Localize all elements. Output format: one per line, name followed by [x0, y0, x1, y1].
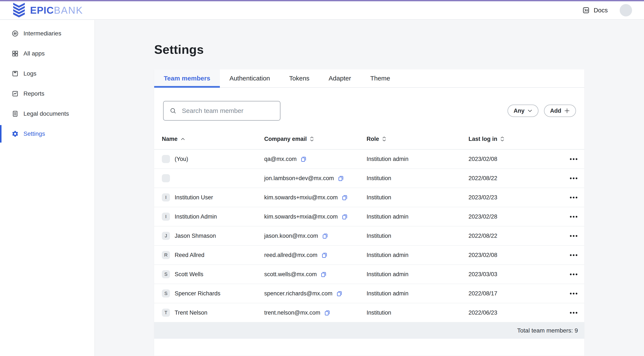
sidebar-item-label: All apps [24, 50, 45, 57]
sort-both-icon [310, 137, 314, 141]
member-avatar: S [162, 289, 170, 297]
member-email: trent.nelson@mx.com [264, 309, 320, 316]
table-row: R Reed Allred reed.allred@mx.com Institu… [154, 246, 584, 265]
ellipsis-menu-icon [570, 312, 578, 314]
transfer-icon [12, 30, 19, 37]
member-name: Institution Admin [175, 213, 217, 220]
row-menu-button[interactable] [569, 252, 578, 258]
member-name: Jason Shmason [175, 233, 216, 239]
member-role: Institution [366, 194, 468, 201]
add-label: Add [550, 108, 561, 114]
copy-icon[interactable] [338, 175, 344, 182]
member-role: Institution [366, 175, 468, 182]
member-avatar: R [162, 251, 170, 259]
tab-theme[interactable]: Theme [360, 69, 400, 87]
tabbar: Team members Authentication Tokens Adapt… [154, 69, 584, 88]
column-header-name[interactable]: Name [162, 136, 264, 142]
member-role: Institution admin [366, 213, 468, 220]
row-menu-button[interactable] [569, 272, 578, 277]
row-menu-button[interactable] [569, 156, 578, 162]
total-team-members: Total team members: 9 [517, 327, 578, 334]
sort-both-icon [382, 137, 386, 141]
tab-team-members[interactable]: Team members [154, 69, 220, 87]
copy-icon[interactable] [321, 252, 328, 258]
member-role: Institution admin [366, 271, 468, 278]
copy-icon[interactable] [320, 271, 327, 278]
ellipsis-menu-icon [570, 216, 578, 218]
row-menu-button[interactable] [569, 176, 578, 181]
member-role: Institution admin [366, 290, 468, 297]
member-name: (You) [175, 156, 188, 162]
column-header-last-log-in[interactable]: Last log in [468, 136, 555, 142]
logs-icon [12, 70, 19, 77]
sidebar-item-label: Legal documents [24, 110, 69, 117]
filter-any-button[interactable]: Any [508, 105, 538, 117]
sort-both-icon [500, 137, 504, 141]
app-logo[interactable]: EPIC BANK [12, 3, 83, 18]
member-role: Institution admin [366, 156, 468, 162]
copy-icon[interactable] [342, 194, 348, 201]
gear-icon [12, 130, 19, 137]
copy-icon[interactable] [324, 309, 330, 316]
card-bottom-space [154, 339, 584, 356]
member-role: Institution [366, 309, 468, 316]
page-title: Settings [154, 42, 584, 57]
member-avatar: I [162, 193, 170, 201]
tab-authentication[interactable]: Authentication [220, 69, 280, 87]
ellipsis-menu-icon [570, 177, 578, 179]
row-menu-button[interactable] [569, 233, 578, 239]
user-avatar[interactable] [620, 4, 632, 17]
member-role: Institution admin [366, 252, 468, 258]
member-last-login: 2023/02/28 [468, 213, 555, 220]
copy-icon[interactable] [336, 290, 343, 297]
sidebar-item-settings[interactable]: Settings [0, 124, 94, 144]
row-menu-button[interactable] [569, 195, 578, 200]
sidebar-item-label: Reports [24, 90, 44, 97]
member-avatar: S [162, 270, 170, 278]
ellipsis-menu-icon [570, 197, 578, 198]
search-input[interactable] [163, 101, 280, 121]
tab-adapter[interactable]: Adapter [319, 69, 360, 87]
member-last-login: 2022/08/17 [468, 290, 555, 297]
member-last-login: 2022/06/23 [468, 309, 555, 316]
document-icon [12, 110, 19, 117]
filter-any-label: Any [514, 108, 524, 114]
brand-name-light: BANK [54, 5, 83, 16]
sidebar-item-logs[interactable]: Logs [0, 64, 94, 84]
docs-button[interactable]: Docs [582, 7, 608, 14]
add-member-button[interactable]: Add [544, 105, 576, 117]
sidebar-item-legal-documents[interactable]: Legal documents [0, 104, 94, 124]
tab-tokens[interactable]: Tokens [280, 69, 319, 87]
row-menu-button[interactable] [569, 291, 578, 296]
copy-icon[interactable] [342, 213, 348, 220]
copy-icon[interactable] [322, 233, 328, 239]
sidebar-item-reports[interactable]: Reports [0, 84, 94, 104]
table-row: I Institution Admin kim.sowards+mxia@mx.… [154, 207, 584, 226]
row-menu-button[interactable] [569, 310, 578, 315]
member-email: jason.koon@mx.com [264, 233, 318, 239]
member-email: spencer.richards@mx.com [264, 290, 332, 297]
brand-name-bold: EPIC [30, 5, 54, 16]
table-footer: Total team members: 9 [154, 322, 584, 339]
member-last-login: 2022/08/22 [468, 175, 555, 182]
docs-terminal-icon [582, 7, 590, 14]
member-name: Spencer Richards [175, 290, 220, 297]
copy-icon[interactable] [300, 156, 307, 162]
table-toolbar: Any Add [154, 88, 584, 129]
member-email: jon.lambson+dev@mx.com [264, 175, 334, 182]
table-row: I Institution User kim.sowards+mxiu@mx.c… [154, 188, 584, 207]
ellipsis-menu-icon [570, 293, 578, 294]
member-name: Institution User [175, 194, 213, 201]
sidebar: Intermediaries All apps Logs Reports [0, 20, 95, 356]
sort-asc-icon [181, 138, 185, 140]
member-email: kim.sowards+mxiu@mx.com [264, 194, 338, 201]
row-menu-button[interactable] [569, 214, 578, 219]
sidebar-item-intermediaries[interactable]: Intermediaries [0, 24, 94, 44]
member-name: Trent Nelson [175, 309, 208, 316]
member-last-login: 2023/02/08 [468, 156, 555, 162]
column-header-role[interactable]: Role [366, 136, 468, 142]
column-header-company-email[interactable]: Company email [264, 136, 366, 142]
member-avatar: T [162, 309, 170, 317]
sidebar-item-label: Logs [24, 70, 36, 77]
sidebar-item-all-apps[interactable]: All apps [0, 44, 94, 64]
